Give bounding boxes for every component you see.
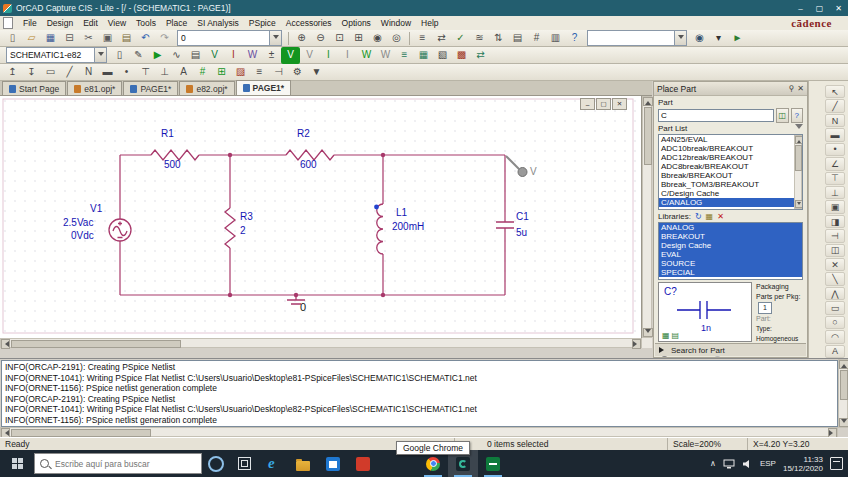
search-input[interactable] <box>53 458 196 470</box>
copy-icon[interactable]: ▣ <box>98 30 117 47</box>
search-combo[interactable] <box>587 30 687 46</box>
paste-icon[interactable]: ▤ <box>117 30 136 47</box>
preview-normal-view-icon[interactable]: ▦ <box>662 331 670 340</box>
current-marker-icon[interactable]: I <box>224 47 243 64</box>
part-list-scrollbar[interactable] <box>794 135 802 209</box>
session-log-text[interactable]: INFO(ORCAP-2191): Creating PSpice Netlis… <box>1 360 838 427</box>
library-list-item[interactable]: BREAKOUT <box>659 232 802 241</box>
print-icon[interactable]: ⊟ <box>60 30 79 47</box>
hidden-icons-chevron[interactable]: ∧ <box>710 459 716 468</box>
part-filter-icon[interactable] <box>795 124 803 133</box>
pspice-icon[interactable] <box>478 450 508 477</box>
scroll-up-icon[interactable] <box>643 97 653 106</box>
place-ground-icon[interactable]: ⊥ <box>825 186 845 199</box>
r3-value-label[interactable]: 2 <box>240 226 246 236</box>
library-list-item[interactable]: Design Cache <box>659 241 802 250</box>
tab-page1-e82[interactable]: PAGE1* <box>236 80 292 95</box>
place-ground-tool-icon[interactable]: ⊥ <box>155 64 174 81</box>
scroll-down-icon[interactable] <box>839 418 848 427</box>
back-annotate-icon[interactable]: ⇄ <box>432 30 451 47</box>
ground-label[interactable]: 0 <box>300 302 306 312</box>
place-power-tool-icon[interactable]: ⊤ <box>136 64 155 81</box>
run-pspice-icon[interactable]: ▶ <box>148 47 167 64</box>
goto-marker-icon[interactable]: ◎ <box>387 30 406 47</box>
refresh-libraries-icon[interactable]: ↻ <box>695 212 702 221</box>
menu-pspice[interactable]: PSpice <box>244 16 281 30</box>
add-library-icon[interactable]: ▦ <box>706 212 714 221</box>
fisheye-view-icon[interactable]: ◉ <box>368 30 387 47</box>
scroll-up-icon[interactable] <box>795 136 803 144</box>
file-explorer-icon[interactable] <box>288 450 318 477</box>
place-bus-entry-icon[interactable]: ∠ <box>825 157 845 170</box>
ascend-hierarchy-icon[interactable]: ↥ <box>3 64 22 81</box>
options-icon[interactable]: ⚙ <box>288 64 307 81</box>
cross-reference-icon[interactable]: ⇅ <box>489 30 508 47</box>
store-icon[interactable] <box>318 450 348 477</box>
design-entry-icon[interactable]: ▧ <box>433 47 452 64</box>
libraries-list[interactable]: ANALOGBREAKOUTDesign CacheEVALSOURCESPEC… <box>658 222 803 280</box>
simulation-manager-icon[interactable]: ▦ <box>414 47 433 64</box>
c1-value-label[interactable]: 5u <box>516 228 527 238</box>
close-button[interactable]: ✕ <box>829 0 848 16</box>
cortana-button[interactable] <box>202 450 230 477</box>
pin-tool-icon[interactable]: ⊣ <box>269 64 288 81</box>
place-polyline-icon[interactable]: ⋀ <box>825 287 845 300</box>
child-minimize-button[interactable]: – <box>580 98 595 110</box>
design-sync-icon[interactable]: ⇄ <box>471 47 490 64</box>
place-line-icon[interactable]: ╲ <box>825 272 845 285</box>
task-view-button[interactable] <box>230 450 258 477</box>
view-simulation-results-icon[interactable]: ∿ <box>167 47 186 64</box>
part-search-icon[interactable]: ◫ <box>776 108 789 123</box>
menu-tools[interactable]: Tools <box>131 16 161 30</box>
part-name-input[interactable] <box>658 109 774 122</box>
l1-ref-label[interactable]: L1 <box>396 208 407 218</box>
menu-si-analysis[interactable]: SI Analysis <box>192 16 244 30</box>
pin-icon[interactable]: ⚲ <box>788 84 794 93</box>
place-part-tool-icon[interactable]: ▭ <box>41 64 60 81</box>
volume-icon[interactable] <box>742 459 753 469</box>
tab-start-page[interactable]: Start Page <box>2 81 66 95</box>
search-for-part-bar[interactable]: Search for Part <box>655 343 806 356</box>
pinned-app-icon[interactable] <box>348 450 378 477</box>
part-list-item[interactable]: Bbreak/BREAKOUT <box>659 171 802 180</box>
part-list-item[interactable]: ADC10break/BREAKOUT <box>659 144 802 153</box>
save-icon[interactable]: ▦ <box>41 30 60 47</box>
library-list-item[interactable]: SOURCE <box>659 259 802 268</box>
log-vertical-scrollbar[interactable] <box>838 359 848 428</box>
grid-toggle-icon[interactable]: # <box>193 64 212 81</box>
r2-ref-label[interactable]: R2 <box>297 129 310 139</box>
place-net-alias-tool-icon[interactable]: N <box>79 64 98 81</box>
zoom-out-icon[interactable]: ⊖ <box>311 30 330 47</box>
place-ellipse-icon[interactable]: ○ <box>825 316 845 329</box>
panel-close-icon[interactable]: ✕ <box>797 84 804 93</box>
library-list-item[interactable]: EVAL <box>659 250 802 259</box>
place-hierarchical-pin-icon[interactable]: ⊣ <box>825 229 845 242</box>
part-list[interactable]: A4N25/EVALADC10break/BREAKOUTADC12break/… <box>658 134 803 210</box>
scroll-down-icon[interactable] <box>795 200 803 208</box>
menu-help[interactable]: Help <box>416 16 443 30</box>
network-icon[interactable] <box>723 459 735 469</box>
help-icon[interactable]: ? <box>565 30 584 47</box>
r1-value-label[interactable]: 500 <box>164 160 181 170</box>
bill-of-materials-icon[interactable]: ▤ <box>508 30 527 47</box>
place-junction-tool-icon[interactable]: • <box>117 64 136 81</box>
part-list-item[interactable]: C/ANALOG <box>659 198 802 207</box>
place-power-icon[interactable]: ⊤ <box>825 172 845 185</box>
scroll-thumb[interactable] <box>840 370 848 400</box>
tab-page1-e81[interactable]: PAGE1* <box>123 81 178 95</box>
scroll-thumb[interactable] <box>644 107 652 165</box>
scroll-down-icon[interactable] <box>643 328 653 337</box>
canvas-vertical-scrollbar[interactable] <box>642 96 652 338</box>
combo-dropdown-icon[interactable] <box>94 48 106 62</box>
canvas-horizontal-scrollbar[interactable] <box>0 338 642 348</box>
combo-dropdown-icon[interactable] <box>269 31 281 45</box>
scroll-thumb[interactable] <box>795 145 802 171</box>
part-list-item[interactable]: C/Design Cache <box>659 189 802 198</box>
open-document-icon[interactable]: ▱ <box>22 30 41 47</box>
bias-current-suppress-icon[interactable]: I <box>338 47 357 64</box>
part-list-icon[interactable]: ≡ <box>395 47 414 64</box>
remove-library-icon[interactable]: ✕ <box>717 212 724 221</box>
part-list-item[interactable]: Bbreak_TOM3/BREAKOUT <box>659 180 802 189</box>
part-list-item[interactable]: A4N25/EVAL <box>659 135 802 144</box>
snap-to-grid-icon[interactable]: # <box>527 30 546 47</box>
